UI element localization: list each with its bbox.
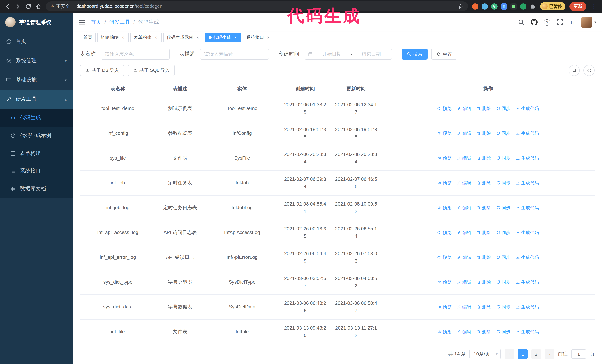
extension-icon-4[interactable]: ▦ bbox=[501, 3, 507, 10]
font-size-icon[interactable]: TT bbox=[570, 20, 575, 25]
tab-close-icon[interactable]: × bbox=[120, 35, 125, 40]
generate-code-link[interactable]: 生成代码 bbox=[516, 303, 539, 311]
table-name-input[interactable] bbox=[101, 49, 170, 60]
search-button[interactable]: 搜索 bbox=[402, 49, 428, 60]
breadcrumb-dev-tools[interactable]: 研发工具 bbox=[109, 19, 130, 26]
sidebar-subitem-db-doc[interactable]: 数据库文档 bbox=[0, 180, 73, 198]
tab-tracing[interactable]: 链路追踪 × bbox=[97, 33, 129, 42]
goto-page-input[interactable] bbox=[571, 349, 586, 359]
sidebar-item-dev-tools[interactable]: 研发工具 ▴ bbox=[0, 90, 73, 109]
reset-button[interactable]: 重置 bbox=[431, 49, 457, 60]
preview-link[interactable]: 预览 bbox=[437, 154, 452, 162]
tab-close-icon[interactable]: × bbox=[266, 35, 271, 40]
next-page-button[interactable]: › bbox=[545, 349, 554, 359]
sync-link[interactable]: 同步 bbox=[496, 130, 510, 137]
generate-code-link[interactable]: 生成代码 bbox=[516, 204, 539, 211]
edit-link[interactable]: 编辑 bbox=[457, 303, 471, 311]
tab-codegen[interactable]: 代码生成 × bbox=[205, 33, 241, 42]
delete-link[interactable]: 删除 bbox=[476, 105, 491, 112]
delete-link[interactable]: 删除 bbox=[476, 130, 491, 137]
hamburger-icon[interactable] bbox=[78, 19, 86, 26]
sidebar-item-system-management[interactable]: 系统管理 ▾ bbox=[0, 51, 73, 70]
generate-code-link[interactable]: 生成代码 bbox=[516, 130, 539, 137]
preview-link[interactable]: 预览 bbox=[437, 254, 452, 261]
page-size-select[interactable]: 10条/页 ▾ bbox=[470, 349, 501, 359]
sync-link[interactable]: 同步 bbox=[496, 303, 510, 311]
browser-menu-icon[interactable]: ⋮ bbox=[591, 3, 598, 10]
tab-close-icon[interactable]: × bbox=[233, 35, 238, 40]
preview-link[interactable]: 预览 bbox=[437, 204, 452, 211]
extensions-puzzle-icon[interactable] bbox=[530, 3, 536, 10]
delete-link[interactable]: 删除 bbox=[476, 179, 491, 187]
import-db-button[interactable]: 基于 DB 导入 bbox=[80, 65, 124, 76]
tab-codegen-example[interactable]: 代码生成示例 × bbox=[163, 33, 203, 42]
breadcrumb-home[interactable]: 首页 bbox=[91, 19, 101, 26]
preview-link[interactable]: 预览 bbox=[437, 279, 452, 286]
sidebar-subitem-codegen-example[interactable]: 代码生成示例 bbox=[0, 127, 73, 145]
reload-icon[interactable] bbox=[25, 3, 32, 10]
generate-code-link[interactable]: 生成代码 bbox=[516, 254, 539, 261]
delete-link[interactable]: 删除 bbox=[476, 204, 491, 211]
tab-close-icon[interactable]: × bbox=[195, 35, 200, 40]
forward-icon[interactable] bbox=[15, 3, 21, 10]
edit-link[interactable]: 编辑 bbox=[457, 204, 471, 211]
edit-link[interactable]: 编辑 bbox=[457, 279, 471, 286]
browser-update-button[interactable]: 更新 bbox=[570, 2, 586, 11]
refresh-table-button[interactable] bbox=[583, 65, 595, 76]
preview-link[interactable]: 预览 bbox=[437, 229, 452, 236]
sidebar-subitem-system-api[interactable]: 系统接口 bbox=[0, 162, 73, 180]
bookmark-star-icon[interactable] bbox=[458, 3, 463, 9]
extension-icon-6[interactable] bbox=[520, 3, 526, 10]
import-sql-button[interactable]: 基于 SQL 导入 bbox=[128, 65, 175, 76]
tab-home[interactable]: 首页 bbox=[80, 33, 96, 42]
sidebar-item-home[interactable]: 首页 bbox=[0, 32, 73, 51]
delete-link[interactable]: 删除 bbox=[476, 328, 491, 335]
question-icon[interactable]: ? bbox=[544, 19, 550, 25]
preview-link[interactable]: 预览 bbox=[437, 303, 452, 311]
extension-icon-3[interactable]: V bbox=[491, 3, 497, 10]
sidebar-item-infrastructure[interactable]: 基础设施 ▾ bbox=[0, 70, 73, 90]
security-warning[interactable]: ⚠ 不安全 bbox=[50, 3, 70, 10]
edit-link[interactable]: 编辑 bbox=[457, 229, 471, 236]
delete-link[interactable]: 删除 bbox=[476, 279, 491, 286]
generate-code-link[interactable]: 生成代码 bbox=[516, 179, 539, 187]
delete-link[interactable]: 删除 bbox=[476, 154, 491, 162]
sidebar-subitem-form-builder[interactable]: 表单构建 bbox=[0, 145, 73, 162]
sync-link[interactable]: 同步 bbox=[496, 154, 510, 162]
delete-link[interactable]: 删除 bbox=[476, 254, 491, 261]
edit-link[interactable]: 编辑 bbox=[457, 105, 471, 112]
sync-link[interactable]: 同步 bbox=[496, 105, 510, 112]
prev-page-button[interactable]: ‹ bbox=[505, 349, 514, 359]
extension-icon-5[interactable] bbox=[510, 3, 516, 10]
generate-code-link[interactable]: 生成代码 bbox=[516, 229, 539, 236]
back-icon[interactable] bbox=[4, 3, 11, 10]
preview-link[interactable]: 预览 bbox=[437, 328, 452, 335]
tab-close-icon[interactable]: × bbox=[153, 35, 158, 40]
generate-code-link[interactable]: 生成代码 bbox=[516, 279, 539, 286]
page-button-1[interactable]: 1 bbox=[518, 349, 527, 359]
sync-link[interactable]: 同步 bbox=[496, 279, 510, 286]
edit-link[interactable]: 编辑 bbox=[457, 328, 471, 335]
sync-link[interactable]: 同步 bbox=[496, 254, 510, 261]
sync-link[interactable]: 同步 bbox=[496, 328, 510, 335]
generate-code-link[interactable]: 生成代码 bbox=[516, 154, 539, 162]
page-button-2[interactable]: 2 bbox=[531, 349, 541, 359]
home-icon[interactable] bbox=[36, 3, 42, 10]
edit-link[interactable]: 编辑 bbox=[457, 130, 471, 137]
sync-link[interactable]: 同步 bbox=[496, 229, 510, 236]
edit-link[interactable]: 编辑 bbox=[457, 254, 471, 261]
app-logo-row[interactable]: 芋道管理系统 bbox=[0, 13, 73, 32]
sync-link[interactable]: 同步 bbox=[496, 179, 510, 187]
address-bar[interactable]: ⚠ 不安全 dashboard.yudao.iocoder.cn/tool/co… bbox=[46, 1, 468, 11]
create-time-range-picker[interactable]: 开始日期 - 结束日期 bbox=[304, 49, 392, 60]
delete-link[interactable]: 删除 bbox=[476, 303, 491, 311]
tab-form-builder[interactable]: 表单构建 × bbox=[130, 33, 161, 42]
tab-system-api[interactable]: 系统接口 × bbox=[243, 33, 274, 42]
sidebar-subitem-codegen[interactable]: 代码生成 bbox=[0, 109, 73, 127]
table-desc-input[interactable] bbox=[200, 49, 269, 60]
preview-link[interactable]: 预览 bbox=[437, 105, 452, 112]
generate-code-link[interactable]: 生成代码 bbox=[516, 105, 539, 112]
delete-link[interactable]: 删除 bbox=[476, 229, 491, 236]
extension-icon-2[interactable] bbox=[481, 3, 488, 10]
preview-link[interactable]: 预览 bbox=[437, 130, 452, 137]
